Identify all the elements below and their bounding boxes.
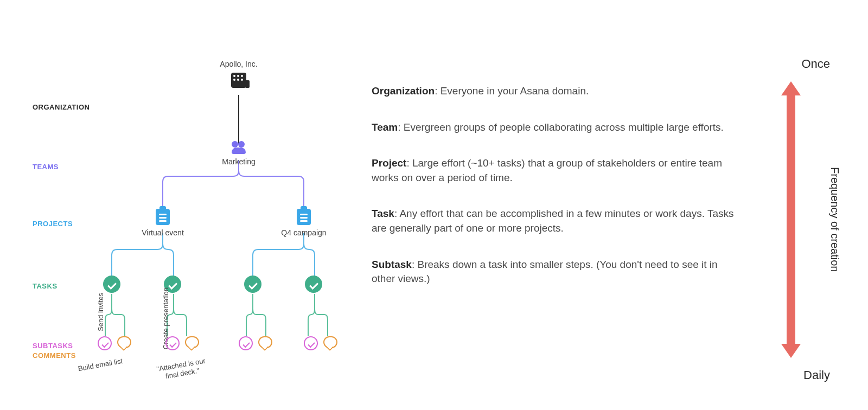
side-label-tasks: Tasks <box>33 282 58 290</box>
check-circle-icon <box>305 276 322 293</box>
people-icon <box>231 141 247 154</box>
clipboard-icon <box>297 209 311 225</box>
double-arrow-icon <box>781 81 801 358</box>
side-label-projects: Projects <box>33 220 73 228</box>
caption-attached-deck: "Attached is our final deck." <box>151 356 213 383</box>
descriptions: Organization: Everyone in your Asana dom… <box>372 84 743 308</box>
side-label-comments: Comments <box>33 351 76 360</box>
sub-row-4 <box>304 336 337 350</box>
freq-top-label: Once <box>754 57 830 71</box>
comment-bubble-icon <box>323 336 337 348</box>
desc-organization: Organization: Everyone in your Asana dom… <box>372 84 743 99</box>
freq-side-label: Frequency of creation <box>828 133 841 306</box>
subtask-check-icon <box>239 336 253 350</box>
freq-bottom-label: Daily <box>754 368 830 382</box>
sub-row-1 <box>98 336 131 350</box>
project-a-label: Virtual event <box>130 228 195 237</box>
desc-team: Team: Evergreen groups of people collabo… <box>372 120 743 135</box>
task-label-1: Send invites <box>97 293 105 331</box>
subtask-check-icon <box>165 336 180 350</box>
team-node: Marketing <box>201 141 277 166</box>
desc-project: Project: Large effort (~10+ tasks) that … <box>372 156 743 185</box>
comment-bubble-icon <box>258 336 272 348</box>
check-circle-icon <box>244 276 261 293</box>
team-label: Marketing <box>201 157 277 166</box>
subtask-check-icon <box>304 336 318 350</box>
caption-build-email: Build email list <box>70 356 130 374</box>
comment-bubble-icon <box>185 336 199 348</box>
building-icon <box>231 73 246 88</box>
org-node: Apollo, Inc. <box>212 60 266 88</box>
sub-row-3 <box>239 336 272 350</box>
side-label-subtasks: Subtasks <box>33 342 73 350</box>
check-circle-icon <box>103 276 120 293</box>
side-label-teams: Teams <box>33 163 59 171</box>
clipboard-icon <box>156 209 170 225</box>
task-row-b <box>244 276 322 293</box>
org-label: Apollo, Inc. <box>212 60 266 68</box>
project-node-b: Q4 campaign <box>271 209 336 237</box>
hierarchy-tree: Apollo, Inc. Marketing Virtual event Q4 … <box>87 60 369 396</box>
desc-task: Task: Any effort that can be accomplishe… <box>372 207 743 235</box>
frequency-panel: Once Frequency of creation Daily <box>760 57 835 382</box>
subtask-check-icon <box>98 336 112 350</box>
project-b-label: Q4 campaign <box>271 228 336 237</box>
sub-row-2 <box>165 336 199 350</box>
project-node-a: Virtual event <box>130 209 195 237</box>
comment-bubble-icon <box>117 336 131 348</box>
desc-subtask: Subtask: Breaks down a task into smaller… <box>372 258 743 286</box>
side-label-organization: Organization <box>33 103 90 111</box>
